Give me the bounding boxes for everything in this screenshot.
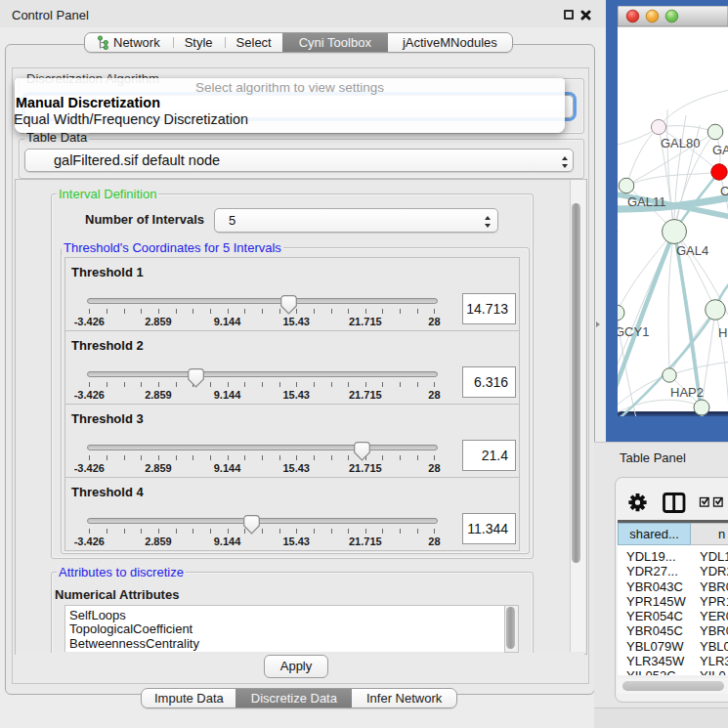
svg-text:C: C	[720, 184, 728, 198]
svg-text:HAP2: HAP2	[670, 385, 704, 400]
svg-text:H: H	[718, 325, 727, 340]
svg-text:GA: GA	[712, 143, 728, 157]
svg-text:GAL80: GAL80	[661, 136, 700, 150]
svg-text:GCY1: GCY1	[615, 324, 649, 339]
svg-text:GAL11: GAL11	[627, 194, 666, 209]
svg-text:GAL4: GAL4	[676, 243, 708, 258]
